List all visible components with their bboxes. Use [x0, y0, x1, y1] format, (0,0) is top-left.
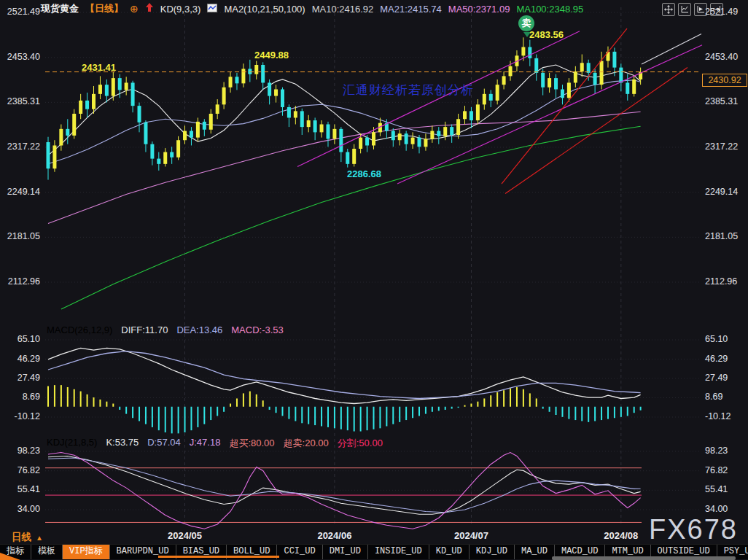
buy-arrow-icon — [145, 3, 154, 15]
price-scale-icon — [680, 5, 689, 14]
tab-KD_UD[interactable]: KD_UD — [429, 545, 470, 559]
mini-chart-icon — [207, 4, 217, 15]
go-to-latest-button[interactable] — [710, 3, 723, 16]
tab-VIP指标[interactable]: VIP指标 — [63, 545, 110, 559]
tab-MA_UD[interactable]: MA_UD — [515, 545, 555, 559]
macd-diff-value: DIFF:11.70 — [121, 324, 168, 335]
kdj-header: KDJ(21,8,5) K:53.75 D:57.04 J:47.18 超买:8… — [47, 437, 383, 450]
fx678-watermark: FX678 — [649, 514, 738, 545]
ma100-value: MA100:2348.95 — [516, 4, 583, 15]
auto-scale-button[interactable] — [694, 3, 707, 16]
add-indicator-icon[interactable]: ⊕ — [130, 3, 139, 15]
chevron-up-icon: ▲ — [36, 534, 43, 542]
macd-dea-value: DEA:13.46 — [176, 324, 222, 335]
ma21-value: MA21:2415.74 — [380, 4, 442, 15]
corner-resize-icon — [0, 553, 20, 560]
kdj-title: KDJ(21,8,5) — [47, 437, 97, 450]
annotation-high-2449: 2449.88 — [254, 50, 289, 61]
annotation-low-2286: 2286.68 — [347, 168, 381, 179]
timeframe-label: 【日线】 — [85, 2, 123, 15]
kdj-j-value: J:47.18 — [190, 437, 221, 450]
tab-INSIDE_UD[interactable]: INSIDE_UD — [368, 545, 429, 559]
ma10-value: MA10:2416.92 — [312, 4, 374, 15]
macd-hist-value: MACD:-3.53 — [231, 324, 284, 335]
tab-scroll-indicator — [158, 556, 279, 558]
last-price-tag: 2430.92 — [702, 74, 747, 87]
macd-title: MACD(26,12,9) — [47, 324, 112, 335]
auto-scale-icon — [696, 5, 705, 14]
kdj-k-value: K:53.75 — [106, 437, 139, 450]
chart-header: 现货黄金 【日线】 ⊕ KD(9,3,3) MA2(10,21,50,100) … — [41, 2, 583, 15]
go-to-latest-icon — [712, 5, 721, 14]
tab-CCI_UD[interactable]: CCI_UD — [277, 545, 322, 559]
annotation-high-2431: 2431.41 — [82, 62, 116, 73]
ma50-value: MA50:2371.09 — [448, 4, 510, 15]
site-watermark: 汇通财经析若原创分析 — [343, 82, 474, 98]
kdj-split-value: 分割:50.00 — [338, 437, 383, 450]
tab-KDJ_UD[interactable]: KDJ_UD — [470, 545, 515, 559]
tab-DMI_UD[interactable]: DMI_UD — [323, 545, 368, 559]
kdj-oversold-value: 超卖:20.00 — [284, 437, 329, 450]
kdj-d-value: D:57.04 — [147, 437, 181, 450]
annotation-high-2483: 2483.56 — [529, 29, 564, 40]
horizontal-scrollbar[interactable] — [552, 556, 736, 560]
macd-header: MACD(26,12,9) DIFF:11.70 DEA:13.46 MACD:… — [47, 324, 284, 335]
chart-toolbar — [662, 3, 723, 16]
pan-tool-icon — [664, 5, 673, 14]
pan-tool-button[interactable] — [662, 3, 675, 16]
price-scale-button[interactable] — [678, 3, 691, 16]
ma-group-label: MA2(10,21,50,100) — [224, 4, 305, 15]
kdj-overbought-value: 超买:80.00 — [229, 437, 274, 450]
trading-chart-app: 现货黄金 【日线】 ⊕ KD(9,3,3) MA2(10,21,50,100) … — [0, 0, 748, 560]
kd-indicator-label: KD(9,3,3) — [160, 4, 201, 15]
symbol-name: 现货黄金 — [41, 2, 79, 15]
period-selector[interactable]: 日线 ▲ — [12, 531, 43, 544]
tab-模板[interactable]: 模板 — [31, 545, 63, 559]
period-selector-label: 日线 — [12, 531, 31, 544]
